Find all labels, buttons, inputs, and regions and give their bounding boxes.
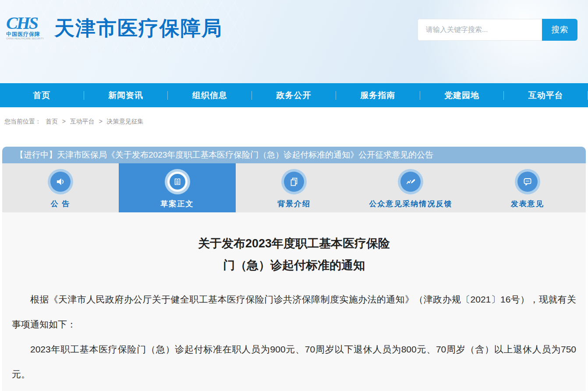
tab-post-opinion[interactable]: 发表意见 (469, 163, 586, 212)
document-icon (165, 169, 190, 194)
speaker-icon (48, 169, 73, 194)
nav-item-service-guide[interactable]: 服务指南 (336, 83, 420, 107)
tab-feedback[interactable]: 公众意见采纳情况反馈 (352, 163, 469, 212)
tab-post-opinion-label: 发表意见 (511, 199, 544, 209)
notice-tab-bar: 公 告 草案正文 (2, 163, 586, 212)
notice-banner-title: 【进行中】天津市医保局《关于发布2023年度职工基本医疗保险门（急）诊起付标准的… (2, 147, 586, 163)
tab-announcement-label: 公 告 (51, 199, 71, 209)
search-button[interactable]: 搜索 (542, 19, 577, 41)
breadcrumb-prefix: 您当前位置： (4, 118, 41, 125)
notice-block: 【进行中】天津市医保局《关于发布2023年度职工基本医疗保险门（急）诊起付标准的… (2, 147, 586, 391)
article-panel: 关于发布2023年度职工基本医疗保险 门（急）诊起付标准的通知 根据《天津市人民… (2, 212, 586, 391)
tab-draft-text[interactable]: 草案正文 (119, 163, 235, 212)
tab-background[interactable]: 背景介绍 (236, 163, 352, 212)
pages-icon (281, 169, 307, 194)
breadcrumb-separator: > (99, 118, 103, 125)
chs-logo-cn-text: 中国医疗保障 (6, 32, 51, 37)
nav-item-interactive-platform[interactable]: 互动平台 (504, 83, 588, 107)
chs-logo-abbr: CHS (6, 16, 51, 31)
nav-item-organization[interactable]: 组织信息 (168, 83, 251, 107)
nav-item-news[interactable]: 新闻资讯 (84, 83, 168, 107)
breadcrumb: 您当前位置： 首页 > 互动平台 > 决策意见征集 (4, 118, 588, 126)
article-title-line2: 门（急）诊起付标准的通知 (12, 254, 576, 276)
tab-announcement[interactable]: 公 告 (2, 163, 119, 212)
breadcrumb-item-opinion-solicitation: 决策意见征集 (107, 118, 144, 125)
article-paragraph: 2023年职工基本医疗保险门（急）诊起付标准在职人员为900元、70周岁以下退休… (12, 337, 576, 387)
article-body: 根据《天津市人民政府办公厅关于健全职工基本医疗保险门诊共济保障制度实施办法的通知… (12, 287, 576, 387)
search-box: 搜索 (418, 19, 577, 41)
chs-logo-en-text: CHINA HEALTHCARE SECURITY (6, 38, 51, 40)
chs-logo: CHS 中国医疗保障 CHINA HEALTHCARE SECURITY (6, 16, 51, 40)
main-nav: 首页 新闻资讯 组织信息 政务公开 服务指南 党建园地 互动平台 (0, 83, 588, 107)
breadcrumb-item-interactive-platform[interactable]: 互动平台 (70, 118, 95, 125)
breadcrumb-item-home[interactable]: 首页 (46, 118, 58, 125)
article-title: 关于发布2023年度职工基本医疗保险 门（急）诊起付标准的通知 (12, 232, 576, 276)
tab-draft-text-label: 草案正文 (161, 199, 194, 209)
comment-icon (515, 169, 540, 194)
site-title: 天津市医疗保障局 (54, 16, 223, 40)
site-logo[interactable]: CHS 中国医疗保障 CHINA HEALTHCARE SECURITY 天津市… (6, 16, 223, 40)
nav-item-home[interactable]: 首页 (0, 83, 84, 107)
article-title-line1: 关于发布2023年度职工基本医疗保险 (12, 232, 576, 254)
search-input[interactable] (418, 19, 542, 41)
breadcrumb-separator: > (62, 118, 66, 125)
nav-item-gov-affairs[interactable]: 政务公开 (252, 83, 336, 107)
site-header: CHS 中国医疗保障 CHINA HEALTHCARE SECURITY 天津市… (0, 0, 588, 83)
article-paragraph: 根据《天津市人民政府办公厅关于健全职工基本医疗保险门诊共济保障制度实施办法的通知… (12, 287, 576, 337)
pen-feedback-icon (398, 169, 423, 194)
nav-item-party-building[interactable]: 党建园地 (420, 83, 504, 107)
tab-feedback-label: 公众意见采纳情况反馈 (369, 199, 452, 209)
tab-background-label: 背景介绍 (277, 199, 311, 209)
breadcrumb-strip: 您当前位置： 首页 > 互动平台 > 决策意见征集 (0, 107, 588, 147)
